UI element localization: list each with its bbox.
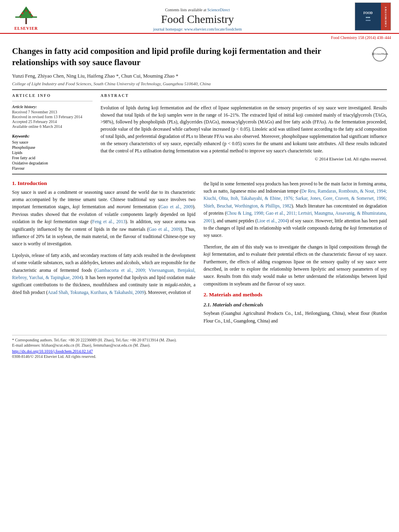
footer-doi[interactable]: http://dx.doi.org/10.1016/j.foodchem.201… <box>12 349 387 353</box>
page: ELSEVIER Contents lists available at Sci… <box>0 0 399 532</box>
svg-point-6 <box>25 10 27 12</box>
sciencedirect-link[interactable]: ScienceDirect <box>207 8 230 12</box>
abstract-label: ABSTRACT <box>101 93 387 98</box>
info-divider <box>12 101 93 101</box>
divider-after-abstract <box>12 174 387 175</box>
journal-title: Food Chemistry <box>44 13 351 26</box>
copyright-text: © 2014 Elsevier Ltd. All rights reserved… <box>101 156 387 161</box>
article-body: Changes in fatty acid composition and li… <box>0 41 399 363</box>
footer-copyright: 0308-8146/© 2014 Elsevier Ltd. All right… <box>12 354 387 359</box>
right-p2: Therefore, the aim of this study was to … <box>204 243 387 288</box>
kw-4: Oxidative degradation <box>12 161 93 165</box>
left-col: 1. Introduction Soy sauce is used as a c… <box>12 180 195 329</box>
footer-email: E-mail addresses: hfzhao@scut.edu.cn (H.… <box>12 343 387 347</box>
article-title: Changes in fatty acid composition and li… <box>12 46 321 67</box>
intro-p2: Lipolysis, release of fatty acids, and s… <box>12 252 195 296</box>
kw-0: Soy sauce <box>12 140 93 144</box>
affiliation: College of Light Industry and Food Scien… <box>12 81 387 86</box>
journal-center: Contents lists available at ScienceDirec… <box>44 8 351 33</box>
kw-5: Flavour <box>12 166 93 170</box>
fc-logo-left: FOOD ■■■ ■■■■ <box>355 3 381 30</box>
keywords-section: Keywords: Soy sauce Phospholipase Lipids… <box>12 133 93 170</box>
materials-heading: 2. Materials and methods <box>204 292 387 298</box>
article-title-text: Changes in fatty acid composition and li… <box>12 45 372 68</box>
ref-gao2009[interactable]: Gao et al., 2009 <box>160 204 193 209</box>
food-chemistry-logo-area: FOOD ■■■ ■■■■ CHEMISTRY <box>351 2 391 33</box>
fc-logo-chemistry-text: CHEMISTRY <box>384 6 387 27</box>
svg-rect-1 <box>25 18 27 24</box>
history-label: Article history: <box>12 105 93 109</box>
hist-item-2: Accepted 25 February 2014 <box>12 119 93 124</box>
elsevier-text: ELSEVIER <box>14 26 38 31</box>
intro-heading: 1. Introduction <box>12 180 195 187</box>
right-p1: the lipid in some fermented soya product… <box>204 180 387 239</box>
sciencedirect-line: Contents lists available at ScienceDirec… <box>44 8 351 12</box>
abstract-text: Evolution of lipids during koji fermenta… <box>101 105 387 155</box>
ref-feng2013[interactable]: Feng et al., 2013 <box>92 219 125 224</box>
authors-text: Yunzi Feng, Zhiyao Chen, Ning Liu, Haife… <box>12 73 178 79</box>
crossmark-icon: ✕CrossMark <box>372 47 387 62</box>
ref-dereu[interactable]: De Reu, Ramdaras, Rombouts, & Nout, 1994… <box>204 189 387 208</box>
materials-sub-heading: 2.1. Materials and chemicals <box>204 302 387 308</box>
keywords-label: Keywords: <box>12 134 29 138</box>
article-history: Article history: Received 7 November 201… <box>12 105 93 129</box>
ref-chou[interactable]: Chou & Ling, 1998; Gao et al., 2011; Ler… <box>204 211 387 223</box>
footer-corresponding: * Corresponding authors. Tel./fax: +86 2… <box>12 338 387 342</box>
main-content: 1. Introduction Soy sauce is used as a c… <box>12 180 387 329</box>
svg-point-8 <box>31 15 33 16</box>
svg-point-5 <box>29 12 31 14</box>
citation-line: Food Chemistry 158 (2014) 438–444 <box>0 34 399 41</box>
divider-thick <box>12 89 387 90</box>
ref-lioe[interactable]: Lioe et al., 2004 <box>257 218 288 223</box>
elsevier-logo-area: ELSEVIER <box>8 4 44 33</box>
journal-homepage: journal homepage: www.elsevier.com/locat… <box>44 27 351 31</box>
kw-3: Free fatty acid <box>12 156 93 160</box>
svg-point-7 <box>20 16 21 17</box>
doi-link[interactable]: http://dx.doi.org/10.1016/j.foodchem.201… <box>12 349 93 353</box>
hist-item-0: Received 7 November 2013 <box>12 110 93 114</box>
hist-item-3: Available online 6 March 2014 <box>12 124 93 129</box>
intro-p1: Soy sauce is used as a condiment or seas… <box>12 189 195 248</box>
footer-notes: * Corresponding authors. Tel./fax: +86 2… <box>12 335 387 359</box>
hist-item-1: Received in revised form 13 February 201… <box>12 115 93 119</box>
ref-azadshah[interactable]: Azad Shah, Tokunaga, Kurihara, & Takahas… <box>47 290 144 295</box>
abstract-divider <box>101 101 387 101</box>
authors: Yunzi Feng, Zhiyao Chen, Ning Liu, Haife… <box>12 73 387 79</box>
kw-1: Phospholipase <box>12 145 93 150</box>
right-col: the lipid in some fermented soya product… <box>204 180 387 329</box>
materials-p1: Soybean (Guanghui Agricultural Products … <box>204 310 387 325</box>
elsevier-logo: ELSEVIER <box>8 4 44 31</box>
svg-point-4 <box>22 12 24 14</box>
article-title-area: Changes in fatty acid composition and li… <box>12 45 387 68</box>
elsevier-tree-icon <box>14 4 38 25</box>
article-info-label: ARTICLE INFO <box>12 93 93 98</box>
article-info-col: ARTICLE INFO Article history: Received 7… <box>12 93 93 170</box>
journal-header: ELSEVIER Contents lists available at Sci… <box>0 0 399 34</box>
crossmark-badge: ✕CrossMark <box>372 47 387 62</box>
fc-logo-right: CHEMISTRY <box>381 3 391 30</box>
sciencedirect-label: Contents lists available at <box>165 8 206 12</box>
abstract-col: ABSTRACT Evolution of lipids during koji… <box>101 93 387 170</box>
ref-gambacorta[interactable]: Gambacorta et al., 2009; Visessanguan, B… <box>12 268 195 280</box>
ref-gao2009b[interactable]: Gao et al., 2009 <box>149 227 181 232</box>
kw-2: Lipids <box>12 150 93 155</box>
two-col-info: ARTICLE INFO Article history: Received 7… <box>12 93 387 170</box>
fc-logo-food-text: FOOD ■■■ ■■■■ <box>363 11 372 22</box>
fc-logo: FOOD ■■■ ■■■■ CHEMISTRY <box>355 2 391 31</box>
